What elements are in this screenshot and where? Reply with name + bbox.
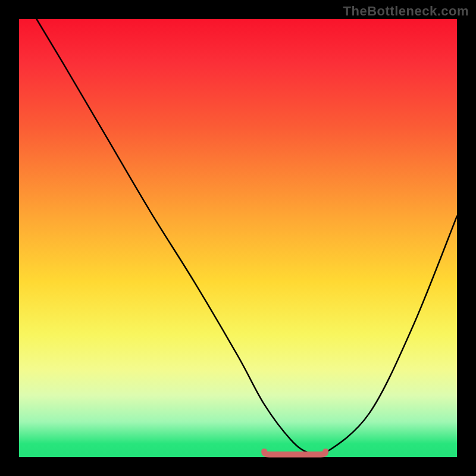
bottleneck-curve xyxy=(36,19,457,456)
plot-area xyxy=(19,19,457,457)
watermark-text: TheBottleneck.com xyxy=(343,4,469,19)
chart-frame: TheBottleneck.com xyxy=(0,0,476,476)
curve-svg xyxy=(19,19,457,457)
optimal-range-marker xyxy=(264,452,325,455)
